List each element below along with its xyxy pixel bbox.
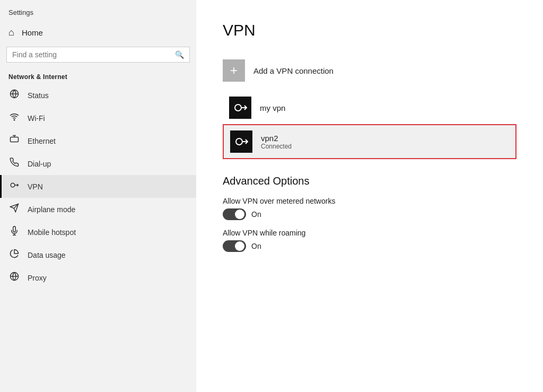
sidebar-item-airplane[interactable]: Airplane mode [0, 198, 196, 221]
add-vpn-plus-icon: + [223, 59, 245, 82]
dialup-icon [8, 158, 20, 170]
wifi-icon [8, 112, 20, 124]
vpn-name-myvpn: my vpn [260, 103, 285, 112]
sidebar-item-dialup[interactable]: Dial-up [0, 152, 196, 175]
toggle-value-metered: On [251, 210, 261, 219]
toggle-container-roaming: On [223, 240, 516, 252]
svg-rect-3 [11, 137, 19, 142]
advanced-options-title: Advanced Options [223, 175, 516, 187]
sidebar-item-ethernet[interactable]: Ethernet [0, 129, 196, 152]
vpn-logo-vpn2 [230, 130, 252, 153]
section-title: Network & Internet [0, 69, 196, 84]
sidebar-item-status[interactable]: Status [0, 84, 196, 107]
vpn-logo-myvpn [229, 97, 251, 119]
svg-point-6 [11, 183, 15, 187]
vpn-item-myvpn[interactable]: my vpn [223, 91, 516, 124]
search-box[interactable]: 🔍 [6, 47, 190, 63]
search-input[interactable] [12, 50, 175, 59]
sidebar-item-label-vpn: VPN [28, 182, 43, 191]
sidebar-item-label-wifi: Wi-Fi [28, 114, 45, 123]
sidebar-item-label-hotspot: Mobile hotspot [28, 228, 76, 237]
page-title: VPN [223, 21, 516, 39]
home-icon: ⌂ [8, 27, 14, 38]
ethernet-icon [8, 135, 20, 147]
toggle-metered[interactable] [223, 208, 246, 220]
sidebar-item-datausage[interactable]: Data usage [0, 243, 196, 266]
vpn-status-vpn2: Connected [261, 143, 292, 150]
status-icon [8, 89, 20, 101]
sidebar-item-proxy[interactable]: Proxy [0, 266, 196, 289]
home-label: Home [22, 28, 43, 37]
sidebar: Settings ⌂ Home 🔍 Network & Internet Sta… [0, 0, 196, 392]
sidebar-item-wifi[interactable]: Wi-Fi [0, 107, 196, 129]
vpn-list: + Add a VPN connection my vpn [223, 54, 516, 159]
search-icon: 🔍 [175, 50, 184, 59]
sidebar-home-button[interactable]: ⌂ Home [0, 22, 196, 43]
toggle-container-metered: On [223, 208, 516, 220]
add-vpn-button[interactable]: + Add a VPN connection [223, 54, 516, 87]
vpn-info-myvpn: my vpn [260, 103, 285, 112]
toggle-row-roaming: Allow VPN while roaming On [223, 229, 516, 252]
svg-point-14 [235, 104, 241, 111]
app-title: Settings [0, 0, 196, 22]
hotspot-icon [8, 226, 20, 238]
sidebar-item-vpn[interactable]: VPN [0, 175, 196, 198]
vpn-nav-icon [8, 180, 20, 193]
sidebar-item-label-status: Status [28, 91, 49, 100]
sidebar-item-label-datausage: Data usage [28, 251, 66, 259]
proxy-icon [8, 272, 20, 284]
vpn-info-vpn2: vpn2 Connected [261, 134, 292, 150]
sidebar-item-label-dialup: Dial-up [28, 160, 51, 168]
sidebar-item-hotspot[interactable]: Mobile hotspot [0, 221, 196, 243]
toggle-label-roaming: Allow VPN while roaming [223, 229, 516, 237]
vpn-item-vpn2[interactable]: vpn2 Connected [223, 124, 516, 159]
main-content: VPN + Add a VPN connection my vpn [196, 0, 543, 392]
sidebar-item-label-ethernet: Ethernet [28, 137, 56, 145]
vpn-name-vpn2: vpn2 [261, 134, 292, 143]
svg-point-2 [14, 119, 15, 120]
add-vpn-label: Add a VPN connection [253, 66, 334, 75]
sidebar-item-label-proxy: Proxy [28, 274, 47, 282]
toggle-row-metered: Allow VPN over metered networks On [223, 197, 516, 220]
svg-point-16 [236, 138, 242, 145]
toggle-value-roaming: On [251, 242, 261, 250]
toggle-roaming[interactable] [223, 240, 246, 252]
sidebar-item-label-airplane: Airplane mode [28, 205, 75, 214]
toggle-label-metered: Allow VPN over metered networks [223, 197, 516, 205]
datausage-icon [8, 249, 20, 261]
airplane-icon [8, 203, 20, 215]
